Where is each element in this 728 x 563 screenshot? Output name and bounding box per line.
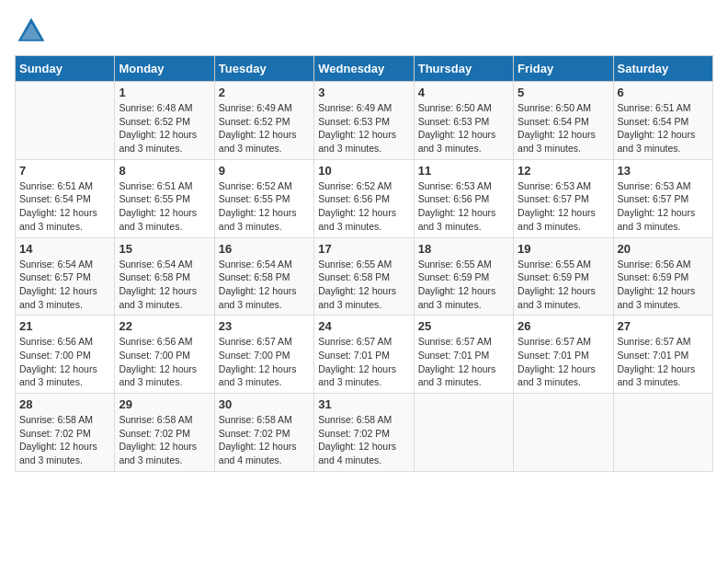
- cell-content: Sunrise: 6:49 AM Sunset: 6:52 PM Dayligh…: [219, 101, 310, 155]
- header-row: SundayMondayTuesdayWednesdayThursdayFrid…: [16, 56, 713, 82]
- day-number: 8: [119, 164, 210, 178]
- calendar-cell: 4Sunrise: 6:50 AM Sunset: 6:53 PM Daylig…: [414, 82, 513, 160]
- cell-content: Sunrise: 6:50 AM Sunset: 6:54 PM Dayligh…: [518, 101, 609, 155]
- calendar-cell: 30Sunrise: 6:58 AM Sunset: 7:02 PM Dayli…: [214, 394, 313, 472]
- day-number: 25: [418, 319, 509, 333]
- calendar-cell: 31Sunrise: 6:58 AM Sunset: 7:02 PM Dayli…: [314, 394, 414, 472]
- cell-content: Sunrise: 6:56 AM Sunset: 7:00 PM Dayligh…: [19, 335, 110, 389]
- cell-content: Sunrise: 6:58 AM Sunset: 7:02 PM Dayligh…: [219, 413, 310, 467]
- calendar-cell: 1Sunrise: 6:48 AM Sunset: 6:52 PM Daylig…: [115, 82, 214, 160]
- cell-content: Sunrise: 6:58 AM Sunset: 7:02 PM Dayligh…: [119, 413, 210, 467]
- cell-content: Sunrise: 6:51 AM Sunset: 6:54 PM Dayligh…: [19, 179, 110, 234]
- cell-content: Sunrise: 6:48 AM Sunset: 6:52 PM Dayligh…: [119, 101, 210, 155]
- cell-content: Sunrise: 6:55 AM Sunset: 6:59 PM Dayligh…: [418, 258, 509, 312]
- week-row-1: 1Sunrise: 6:48 AM Sunset: 6:52 PM Daylig…: [16, 82, 713, 160]
- cell-content: Sunrise: 6:57 AM Sunset: 7:01 PM Dayligh…: [318, 335, 409, 389]
- cell-content: Sunrise: 6:52 AM Sunset: 6:55 PM Dayligh…: [219, 179, 310, 234]
- calendar-cell: 5Sunrise: 6:50 AM Sunset: 6:54 PM Daylig…: [514, 82, 613, 160]
- calendar-cell: 12Sunrise: 6:53 AM Sunset: 6:57 PM Dayli…: [514, 159, 613, 237]
- week-row-3: 14Sunrise: 6:54 AM Sunset: 6:57 PM Dayli…: [16, 237, 713, 316]
- cell-content: Sunrise: 6:50 AM Sunset: 6:53 PM Dayligh…: [418, 101, 509, 155]
- cell-content: Sunrise: 6:55 AM Sunset: 6:59 PM Dayligh…: [518, 258, 609, 312]
- calendar-cell: [414, 394, 513, 472]
- calendar-cell: 22Sunrise: 6:56 AM Sunset: 7:00 PM Dayli…: [115, 316, 214, 394]
- cell-content: Sunrise: 6:49 AM Sunset: 6:53 PM Dayligh…: [318, 101, 409, 155]
- day-number: 11: [418, 164, 509, 178]
- calendar-cell: [16, 82, 115, 160]
- day-number: 16: [219, 242, 310, 256]
- calendar-cell: 27Sunrise: 6:57 AM Sunset: 7:01 PM Dayli…: [613, 316, 712, 394]
- header-cell-thursday: Thursday: [414, 56, 513, 82]
- page-header: [15, 15, 713, 48]
- day-number: 17: [318, 242, 409, 256]
- calendar-cell: 11Sunrise: 6:53 AM Sunset: 6:56 PM Dayli…: [414, 159, 513, 237]
- day-number: 31: [318, 397, 409, 411]
- calendar-cell: 20Sunrise: 6:56 AM Sunset: 6:59 PM Dayli…: [613, 237, 712, 316]
- day-number: 9: [219, 164, 310, 178]
- cell-content: Sunrise: 6:53 AM Sunset: 6:57 PM Dayligh…: [618, 179, 709, 234]
- week-row-2: 7Sunrise: 6:51 AM Sunset: 6:54 PM Daylig…: [16, 159, 713, 237]
- calendar-cell: 6Sunrise: 6:51 AM Sunset: 6:54 PM Daylig…: [613, 82, 712, 160]
- cell-content: Sunrise: 6:51 AM Sunset: 6:54 PM Dayligh…: [618, 101, 709, 155]
- calendar-cell: [514, 394, 613, 472]
- day-number: 10: [318, 164, 409, 178]
- header-cell-monday: Monday: [115, 56, 214, 82]
- calendar-cell: 7Sunrise: 6:51 AM Sunset: 6:54 PM Daylig…: [16, 159, 115, 237]
- day-number: 4: [418, 86, 509, 99]
- calendar-cell: 16Sunrise: 6:54 AM Sunset: 6:58 PM Dayli…: [214, 237, 313, 316]
- cell-content: Sunrise: 6:57 AM Sunset: 7:01 PM Dayligh…: [518, 335, 609, 389]
- day-number: 2: [219, 86, 310, 99]
- calendar-cell: 28Sunrise: 6:58 AM Sunset: 7:02 PM Dayli…: [16, 394, 115, 472]
- cell-content: Sunrise: 6:53 AM Sunset: 6:56 PM Dayligh…: [418, 179, 509, 234]
- calendar-cell: 2Sunrise: 6:49 AM Sunset: 6:52 PM Daylig…: [214, 82, 313, 160]
- calendar-cell: 21Sunrise: 6:56 AM Sunset: 7:00 PM Dayli…: [16, 316, 115, 394]
- cell-content: Sunrise: 6:57 AM Sunset: 7:01 PM Dayligh…: [618, 335, 709, 389]
- cell-content: Sunrise: 6:54 AM Sunset: 6:58 PM Dayligh…: [119, 258, 210, 312]
- calendar-cell: 9Sunrise: 6:52 AM Sunset: 6:55 PM Daylig…: [214, 159, 313, 237]
- logo: [15, 15, 53, 48]
- calendar-cell: 26Sunrise: 6:57 AM Sunset: 7:01 PM Dayli…: [514, 316, 613, 394]
- header-cell-friday: Friday: [514, 56, 613, 82]
- calendar-cell: 3Sunrise: 6:49 AM Sunset: 6:53 PM Daylig…: [314, 82, 414, 160]
- day-number: 20: [618, 242, 709, 256]
- day-number: 1: [119, 86, 210, 99]
- calendar-cell: 15Sunrise: 6:54 AM Sunset: 6:58 PM Dayli…: [115, 237, 214, 316]
- calendar-cell: [613, 394, 712, 472]
- calendar-cell: 23Sunrise: 6:57 AM Sunset: 7:00 PM Dayli…: [214, 316, 313, 394]
- day-number: 13: [618, 164, 709, 178]
- cell-content: Sunrise: 6:53 AM Sunset: 6:57 PM Dayligh…: [518, 179, 609, 234]
- calendar-cell: 25Sunrise: 6:57 AM Sunset: 7:01 PM Dayli…: [414, 316, 513, 394]
- cell-content: Sunrise: 6:54 AM Sunset: 6:58 PM Dayligh…: [219, 258, 310, 312]
- day-number: 15: [119, 242, 210, 256]
- calendar-cell: 14Sunrise: 6:54 AM Sunset: 6:57 PM Dayli…: [16, 237, 115, 316]
- logo-icon: [15, 15, 48, 48]
- calendar-cell: 13Sunrise: 6:53 AM Sunset: 6:57 PM Dayli…: [613, 159, 712, 237]
- cell-content: Sunrise: 6:51 AM Sunset: 6:55 PM Dayligh…: [119, 179, 210, 234]
- cell-content: Sunrise: 6:57 AM Sunset: 7:01 PM Dayligh…: [418, 335, 509, 389]
- header-cell-wednesday: Wednesday: [314, 56, 414, 82]
- day-number: 18: [418, 242, 509, 256]
- day-number: 6: [618, 86, 709, 99]
- day-number: 30: [219, 397, 310, 411]
- calendar-cell: 8Sunrise: 6:51 AM Sunset: 6:55 PM Daylig…: [115, 159, 214, 237]
- calendar-cell: 10Sunrise: 6:52 AM Sunset: 6:56 PM Dayli…: [314, 159, 414, 237]
- day-number: 12: [518, 164, 609, 178]
- calendar-cell: 17Sunrise: 6:55 AM Sunset: 6:58 PM Dayli…: [314, 237, 414, 316]
- calendar-cell: 19Sunrise: 6:55 AM Sunset: 6:59 PM Dayli…: [514, 237, 613, 316]
- day-number: 23: [219, 319, 310, 333]
- day-number: 28: [19, 397, 110, 411]
- day-number: 22: [119, 319, 210, 333]
- cell-content: Sunrise: 6:54 AM Sunset: 6:57 PM Dayligh…: [19, 258, 110, 312]
- cell-content: Sunrise: 6:58 AM Sunset: 7:02 PM Dayligh…: [318, 413, 409, 467]
- cell-content: Sunrise: 6:52 AM Sunset: 6:56 PM Dayligh…: [318, 179, 409, 234]
- calendar-cell: 24Sunrise: 6:57 AM Sunset: 7:01 PM Dayli…: [314, 316, 414, 394]
- calendar-cell: 18Sunrise: 6:55 AM Sunset: 6:59 PM Dayli…: [414, 237, 513, 316]
- cell-content: Sunrise: 6:56 AM Sunset: 7:00 PM Dayligh…: [119, 335, 210, 389]
- day-number: 19: [518, 242, 609, 256]
- day-number: 29: [119, 397, 210, 411]
- week-row-5: 28Sunrise: 6:58 AM Sunset: 7:02 PM Dayli…: [16, 394, 713, 472]
- day-number: 21: [19, 319, 110, 333]
- cell-content: Sunrise: 6:56 AM Sunset: 6:59 PM Dayligh…: [618, 258, 709, 312]
- day-number: 7: [19, 164, 110, 178]
- day-number: 5: [518, 86, 609, 99]
